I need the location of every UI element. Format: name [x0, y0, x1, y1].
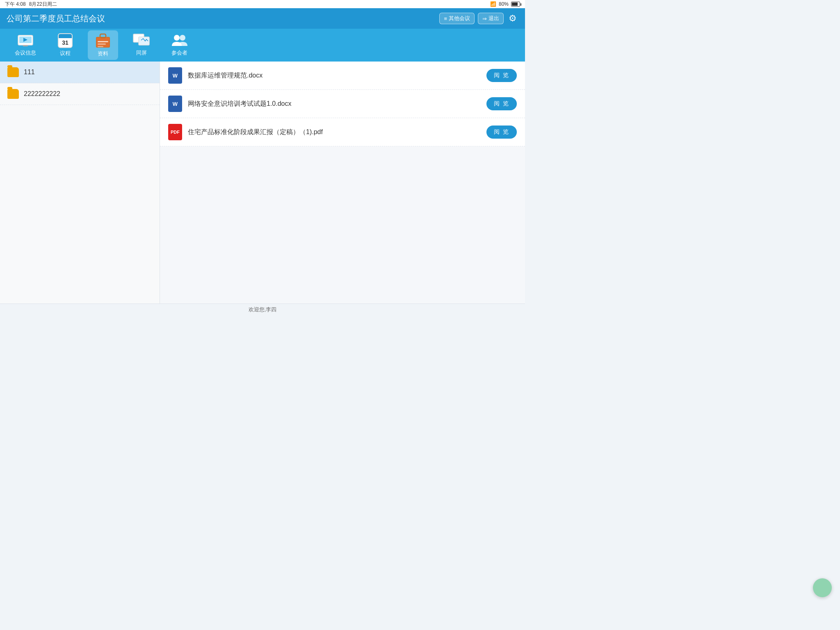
- tab-screen-share-label: 同屏: [136, 49, 147, 57]
- sidebar-item-2222222222[interactable]: 2222222222: [0, 83, 160, 105]
- status-right: 📶 80%: [490, 1, 520, 7]
- page-title: 公司第二季度员工总结会议: [7, 13, 105, 24]
- header-actions: ≡ 其他会议 ⇒ 退出 ⚙: [439, 12, 518, 25]
- status-left: 下午 4:08 8月22日周二: [5, 1, 57, 8]
- tab-materials-label: 资料: [98, 50, 108, 57]
- list-icon: ≡: [444, 16, 447, 22]
- status-bar: 下午 4:08 8月22日周二 📶 80%: [0, 0, 525, 8]
- svg-point-13: [174, 35, 180, 41]
- battery-percent: 80%: [499, 1, 509, 7]
- file-name-2: 网络安全意识培训考试试题1.0.docx: [188, 100, 481, 108]
- battery-fill: [512, 2, 518, 6]
- tab-screen-share[interactable]: 同屏: [126, 31, 157, 59]
- view-button-2[interactable]: 阅 览: [486, 97, 517, 110]
- tab-participants-label: 参会者: [171, 49, 187, 57]
- exit-icon: ⇒: [482, 16, 487, 22]
- tab-participants[interactable]: 参会者: [165, 31, 194, 59]
- svg-rect-9: [98, 46, 103, 47]
- meeting-info-icon: [18, 34, 33, 48]
- other-meetings-button[interactable]: ≡ 其他会议: [439, 13, 475, 24]
- svg-rect-12: [139, 37, 149, 45]
- sidebar-item-111-label: 111: [24, 68, 35, 76]
- svg-rect-8: [98, 43, 106, 45]
- agenda-icon: 31: [58, 33, 73, 48]
- view-button-3[interactable]: 阅 览: [486, 126, 517, 139]
- materials-icon: [94, 33, 112, 48]
- sidebar-item-111[interactable]: 111: [0, 62, 160, 83]
- file-name-3: 住宅产品标准化阶段成果汇报（定稿）（1).pdf: [188, 128, 481, 137]
- svg-rect-3: [23, 45, 28, 46]
- exit-button[interactable]: ⇒ 退出: [478, 13, 504, 24]
- file-list: W 数据库运维管理规范.docx 阅 览 W 网络安全意识培训考试试题1.0.d…: [160, 62, 525, 304]
- file-item-2: W 网络安全意识培训考试试题1.0.docx 阅 览: [160, 90, 525, 118]
- file-name-1: 数据库运维管理规范.docx: [188, 71, 481, 80]
- main-content: 111 2222222222 W 数据库运维管理规范.docx 阅 览 W 网络…: [0, 62, 525, 304]
- tab-agenda[interactable]: 31 议程: [51, 31, 80, 59]
- bottom-bar: 欢迎您,李四: [0, 304, 525, 315]
- file-item-1: W 数据库运维管理规范.docx 阅 览: [160, 62, 525, 90]
- gear-icon: ⚙: [509, 13, 517, 23]
- status-date: 8月22日周二: [29, 1, 57, 8]
- welcome-message: 欢迎您,李四: [249, 306, 277, 313]
- battery-icon: [511, 2, 520, 7]
- screen-share-icon: [133, 34, 150, 48]
- svg-rect-7: [98, 41, 108, 42]
- word-icon-1: W: [168, 67, 182, 84]
- folder-icon-111: [7, 67, 19, 77]
- folder-icon-2222222222: [7, 89, 19, 99]
- tab-agenda-label: 议程: [60, 50, 71, 57]
- file-item-3: PDF 住宅产品标准化阶段成果汇报（定稿）（1).pdf 阅 览: [160, 118, 525, 146]
- tab-materials[interactable]: 资料: [88, 30, 118, 60]
- view-button-1[interactable]: 阅 览: [486, 69, 517, 82]
- wifi-icon: 📶: [490, 1, 496, 7]
- tab-meeting-info-label: 会议信息: [15, 49, 36, 57]
- word-icon-2: W: [168, 96, 182, 112]
- pdf-icon-3: PDF: [168, 124, 182, 140]
- header: 公司第二季度员工总结会议 ≡ 其他会议 ⇒ 退出 ⚙: [0, 8, 525, 29]
- status-time: 下午 4:08: [5, 1, 26, 8]
- nav-tabs: 会议信息 31 议程 资料: [0, 29, 525, 62]
- settings-button[interactable]: ⚙: [507, 12, 518, 25]
- participants-icon: [172, 34, 187, 48]
- svg-point-14: [180, 35, 185, 41]
- tab-meeting-info[interactable]: 会议信息: [8, 31, 43, 59]
- sidebar: 111 2222222222: [0, 62, 160, 304]
- sidebar-item-2222222222-label: 2222222222: [24, 90, 60, 98]
